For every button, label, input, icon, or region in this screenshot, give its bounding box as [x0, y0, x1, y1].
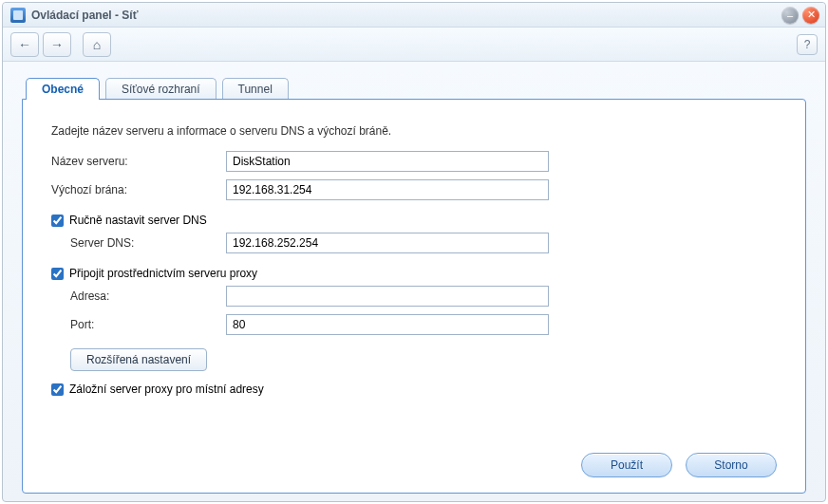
help-icon: ? — [804, 38, 811, 51]
server-name-input[interactable] — [226, 151, 549, 172]
gateway-input[interactable] — [226, 179, 549, 200]
proxy-port-label: Port: — [51, 318, 226, 331]
row-proxy-connect: Připojit prostřednictvím serveru proxy — [51, 267, 777, 280]
manual-dns-checkbox[interactable] — [51, 215, 64, 227]
arrow-left-icon: ← — [18, 38, 31, 51]
server-name-label: Název serveru: — [51, 155, 226, 168]
window-title: Ovládací panel - Síť — [31, 9, 778, 22]
footer-buttons: Použít Storno — [51, 445, 777, 477]
window-frame: Ovládací panel - Síť – ✕ ← → ⌂ ? Obecné … — [2, 2, 826, 502]
row-manual-dns: Ručně nastavit server DNS — [51, 214, 777, 227]
close-icon[interactable]: ✕ — [802, 7, 819, 24]
proxy-bypass-checkbox[interactable] — [51, 383, 64, 396]
home-icon: ⌂ — [93, 37, 101, 52]
row-advanced: Rozšířená nastavení — [70, 348, 777, 371]
dns-label: Server DNS: — [51, 236, 226, 250]
row-server-name: Název serveru: — [51, 151, 777, 172]
tab-bar: Obecné Síťové rozhraní Tunnel — [22, 77, 806, 99]
row-dns: Server DNS: — [51, 233, 777, 253]
row-proxy-bypass: Záložní server proxy pro místní adresy — [51, 383, 777, 396]
apply-button[interactable]: Použít — [581, 453, 672, 477]
advanced-settings-button[interactable]: Rozšířená nastavení — [70, 348, 207, 371]
titlebar: Ovládací panel - Síť – ✕ — [3, 3, 825, 28]
row-proxy-addr: Adresa: — [51, 286, 777, 307]
proxy-connect-label: Připojit prostřednictvím serveru proxy — [69, 267, 257, 280]
proxy-port-input[interactable] — [226, 314, 549, 335]
proxy-addr-label: Adresa: — [51, 289, 226, 303]
app-icon — [10, 8, 26, 23]
dns-input[interactable] — [226, 233, 549, 253]
proxy-addr-input[interactable] — [226, 286, 549, 307]
arrow-right-icon: → — [50, 38, 64, 51]
row-proxy-port: Port: — [51, 314, 777, 335]
tab-interface[interactable]: Síťové rozhraní — [105, 78, 216, 100]
help-button[interactable]: ? — [797, 34, 818, 55]
cancel-button[interactable]: Storno — [686, 453, 777, 477]
manual-dns-label: Ručně nastavit server DNS — [69, 214, 207, 227]
tab-tunnel[interactable]: Tunnel — [222, 78, 289, 100]
home-button[interactable]: ⌂ — [83, 32, 111, 57]
minimize-icon[interactable]: – — [781, 7, 799, 24]
panel-description: Zadejte název serveru a informace o serv… — [51, 124, 777, 138]
proxy-bypass-label: Záložní server proxy pro místní adresy — [69, 383, 264, 396]
back-button[interactable]: ← — [10, 32, 39, 57]
forward-button[interactable]: → — [43, 32, 71, 57]
gateway-label: Výchozí brána: — [51, 183, 226, 196]
proxy-connect-checkbox[interactable] — [51, 268, 64, 280]
content-area: Obecné Síťové rozhraní Tunnel Zadejte ná… — [3, 62, 825, 501]
panel-general: Zadejte název serveru a informace o serv… — [22, 99, 806, 494]
tab-general[interactable]: Obecné — [26, 78, 100, 100]
row-gateway: Výchozí brána: — [51, 179, 777, 200]
toolbar: ← → ⌂ ? — [3, 28, 825, 62]
